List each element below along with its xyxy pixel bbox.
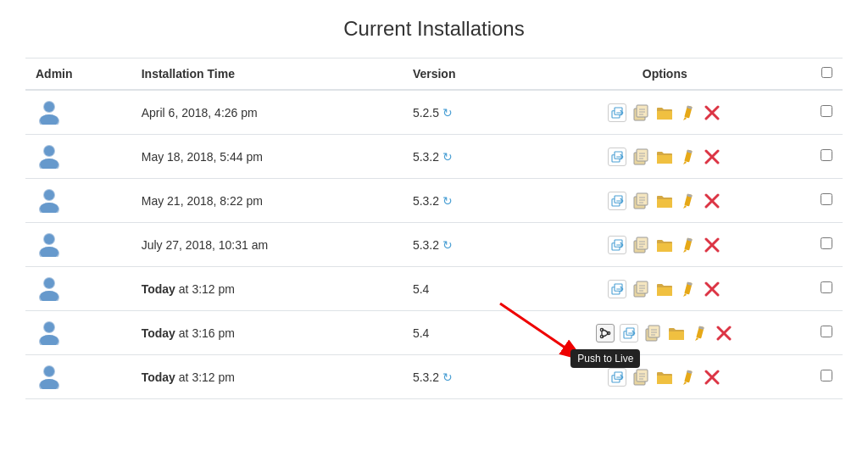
svg-marker-88 <box>683 293 687 297</box>
pencil-icon <box>681 104 696 121</box>
edit-button[interactable] <box>679 280 698 298</box>
refresh-icon[interactable]: ↻ <box>442 106 453 120</box>
delete-button[interactable] <box>703 148 721 166</box>
version-cell: 5.4 <box>403 267 520 311</box>
push-to-live-button[interactable]: Push to Live <box>596 324 615 342</box>
row-checkbox-cell <box>810 311 843 355</box>
svg-marker-34 <box>683 161 687 164</box>
manage-button[interactable] <box>655 280 674 298</box>
copy-arrows-icon <box>608 368 626 387</box>
folder-icon <box>667 325 686 342</box>
row-select-checkbox[interactable] <box>821 237 832 249</box>
clone-icon <box>632 103 649 122</box>
clone-button[interactable] <box>632 103 650 122</box>
edit-button[interactable] <box>679 148 698 166</box>
version-number: 5.3.2 <box>413 150 439 164</box>
version-number: 5.2.5 <box>413 106 439 120</box>
clone-button[interactable] <box>632 236 650 254</box>
table-row: July 27, 2018, 10:31 am5.3.2↻ <box>25 223 843 267</box>
manage-button[interactable] <box>655 368 674 387</box>
manage-button[interactable] <box>655 192 674 210</box>
copy-arrows-icon <box>620 324 638 342</box>
refresh-icon[interactable]: ↻ <box>442 238 453 252</box>
folder-icon <box>655 192 674 209</box>
clone-icon <box>632 368 649 387</box>
edit-button[interactable] <box>679 236 698 254</box>
copy-arrows-icon <box>608 103 626 122</box>
clone-icon <box>632 280 649 298</box>
delete-button[interactable] <box>703 103 721 122</box>
installation-time-cell: April 6, 2018, 4:26 pm <box>131 90 403 135</box>
version-number: 5.3.2 <box>413 238 439 252</box>
delete-button[interactable] <box>703 192 721 210</box>
clone-icon <box>632 236 649 254</box>
user-avatar <box>36 142 63 169</box>
refresh-icon[interactable]: ↻ <box>442 150 453 164</box>
options-cell <box>520 135 810 179</box>
delete-button[interactable] <box>703 368 721 387</box>
edit-button[interactable] <box>679 192 698 210</box>
row-checkbox-cell <box>810 267 843 311</box>
user-avatar <box>36 318 63 345</box>
row-select-checkbox[interactable] <box>821 370 832 381</box>
clone-button[interactable] <box>632 280 650 298</box>
version-number: 5.3.2 <box>413 370 439 384</box>
push-staging-button[interactable] <box>608 148 626 166</box>
delete-button[interactable] <box>703 236 721 254</box>
svg-point-40 <box>44 190 54 200</box>
svg-marker-70 <box>683 249 687 253</box>
svg-rect-14 <box>657 111 672 120</box>
row-select-checkbox[interactable] <box>821 281 832 293</box>
row-select-checkbox[interactable] <box>821 326 832 337</box>
clone-button[interactable] <box>643 324 662 342</box>
refresh-icon[interactable]: ↻ <box>442 194 453 208</box>
table-row: Today at 3:12 pm5.4 <box>25 267 843 311</box>
select-all-checkbox[interactable] <box>821 67 832 78</box>
svg-rect-32 <box>657 155 672 164</box>
manage-button[interactable] <box>655 236 674 254</box>
push-staging-button[interactable] <box>608 103 626 122</box>
x-icon <box>704 105 720 120</box>
row-checkbox-cell <box>810 135 843 179</box>
time-suffix: at 3:16 pm <box>175 326 235 340</box>
manage-button[interactable] <box>655 103 674 122</box>
options-cell <box>520 223 810 267</box>
copy-arrows-icon <box>608 192 626 210</box>
pencil-icon <box>681 192 696 209</box>
push-staging-button[interactable] <box>608 368 626 387</box>
version-cell: 5.3.2↻ <box>403 135 520 179</box>
edit-button[interactable] <box>691 324 709 342</box>
delete-button[interactable] <box>703 280 721 298</box>
options-cell <box>520 355 810 399</box>
svg-point-77 <box>40 291 58 301</box>
edit-button[interactable] <box>679 368 698 387</box>
row-select-checkbox[interactable] <box>821 105 832 117</box>
svg-marker-52 <box>683 205 687 209</box>
clone-button[interactable] <box>632 148 650 166</box>
table-row: Today at 3:16 pm5.4 Push to Live <box>25 311 843 355</box>
time-bold: Today <box>142 282 175 296</box>
x-icon <box>704 193 720 209</box>
push-staging-button[interactable] <box>620 324 638 342</box>
push-staging-button[interactable] <box>608 192 626 210</box>
manage-button[interactable] <box>667 324 686 342</box>
header-admin: Admin <box>25 58 131 91</box>
folder-icon <box>655 369 674 386</box>
manage-button[interactable] <box>655 148 674 166</box>
svg-marker-128 <box>683 381 687 385</box>
push-staging-button[interactable] <box>608 280 626 298</box>
delete-button[interactable] <box>715 324 733 342</box>
header-options: Options <box>520 58 810 91</box>
svg-point-22 <box>44 146 54 156</box>
clone-button[interactable] <box>632 192 650 210</box>
refresh-icon[interactable]: ↻ <box>442 370 453 384</box>
push-staging-button[interactable] <box>608 236 626 254</box>
version-cell: 5.2.5↻ <box>403 90 520 135</box>
edit-button[interactable] <box>679 103 698 122</box>
folder-icon <box>655 281 674 298</box>
clone-button[interactable] <box>632 368 650 387</box>
row-select-checkbox[interactable] <box>821 149 832 161</box>
table-row: Today at 3:12 pm5.3.2↻ <box>25 355 843 399</box>
installations-table: Admin Installation Time Version Options … <box>25 58 843 399</box>
row-select-checkbox[interactable] <box>821 193 832 205</box>
